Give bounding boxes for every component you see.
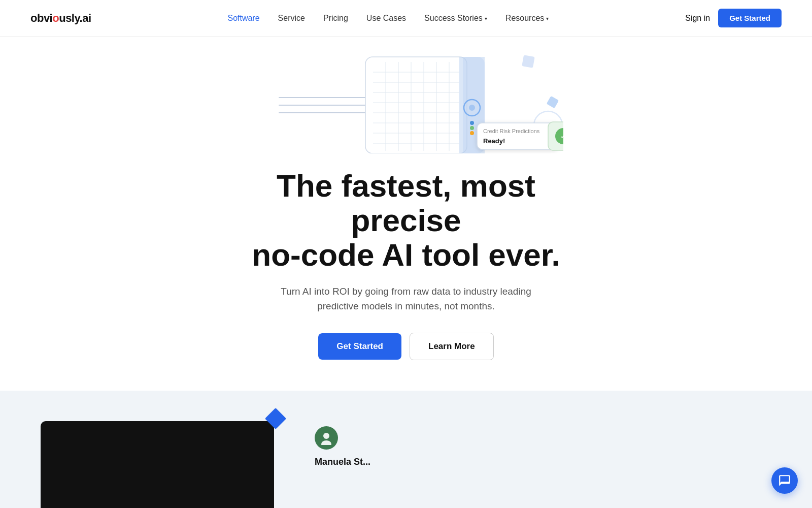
hero-headline: The fastest, most precise no-code AI too… xyxy=(223,169,589,273)
svg-point-26 xyxy=(470,126,474,130)
svg-rect-0 xyxy=(522,55,534,68)
nav-actions: Sign in Get Started xyxy=(685,9,782,27)
svg-point-35 xyxy=(321,440,331,445)
learn-more-button[interactable]: Learn More xyxy=(410,333,494,360)
nav-item-use-cases[interactable]: Use Cases xyxy=(366,14,406,22)
get-started-nav-button[interactable]: Get Started xyxy=(718,9,782,27)
svg-point-34 xyxy=(323,433,329,439)
svg-text:✓: ✓ xyxy=(560,132,563,140)
nav-item-software[interactable]: Software xyxy=(227,14,259,22)
svg-rect-28 xyxy=(477,123,558,149)
svg-text:Ready!: Ready! xyxy=(483,137,505,145)
chat-icon xyxy=(778,474,791,487)
testimonial-name: Manuela St... xyxy=(315,457,370,467)
nav-item-pricing[interactable]: Pricing xyxy=(323,14,348,22)
nav-item-resources[interactable]: Resources ▾ xyxy=(505,14,549,23)
hero-section: Credit Risk Predictions Ready! ✓ The fas… xyxy=(0,37,812,391)
video-placeholder[interactable] xyxy=(41,421,274,508)
svg-point-27 xyxy=(470,131,474,135)
testimonial-section: Manuela St... xyxy=(315,421,370,467)
chevron-down-icon: ▾ xyxy=(485,16,487,21)
nav-links: Software Service Pricing Use Cases Succe… xyxy=(227,14,549,23)
bottom-section: Manuela St... xyxy=(0,391,812,508)
chevron-down-icon: ▾ xyxy=(546,16,549,21)
svg-point-24 xyxy=(469,105,475,111)
logo[interactable]: obviously.ai xyxy=(30,12,91,25)
blue-diamond-decoration xyxy=(265,408,286,429)
hero-subheadline: Turn AI into ROI by going from raw data … xyxy=(274,284,538,314)
svg-rect-1 xyxy=(547,96,559,109)
chat-button[interactable] xyxy=(771,467,798,494)
svg-point-25 xyxy=(470,121,474,125)
testimonial-avatar xyxy=(315,426,338,450)
logo-text: obviously.ai xyxy=(30,12,91,24)
get-started-hero-button[interactable]: Get Started xyxy=(318,333,401,360)
hero-cta-buttons: Get Started Learn More xyxy=(318,333,493,360)
svg-text:Credit Risk Predictions: Credit Risk Predictions xyxy=(483,128,540,134)
navbar: obviously.ai Software Service Pricing Us… xyxy=(0,0,812,37)
signin-button[interactable]: Sign in xyxy=(685,14,710,23)
nav-item-service[interactable]: Service xyxy=(278,14,305,22)
svg-rect-6 xyxy=(365,57,467,153)
nav-item-success-stories[interactable]: Success Stories ▾ xyxy=(424,14,487,23)
person-icon xyxy=(319,431,333,445)
hero-illustration: Credit Risk Predictions Ready! ✓ xyxy=(249,47,563,153)
